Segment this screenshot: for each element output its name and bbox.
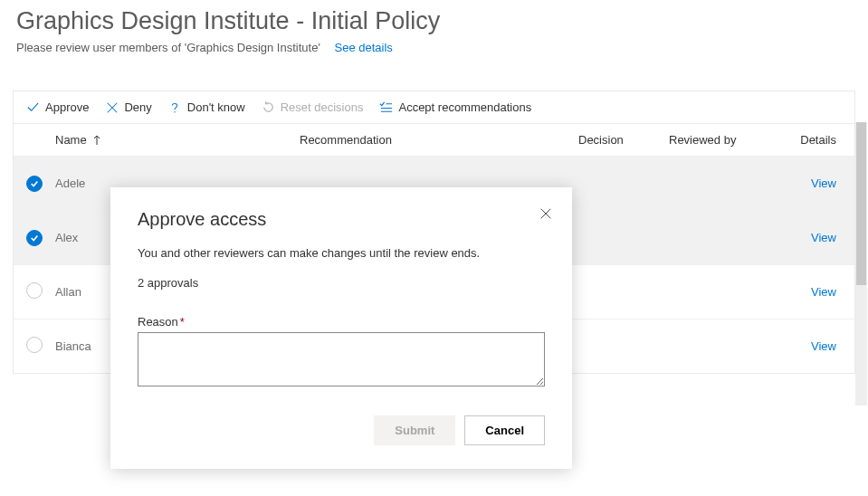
list-check-icon — [379, 100, 393, 114]
accept-recommendations-button[interactable]: Accept recommendations — [379, 100, 531, 114]
reason-input[interactable] — [138, 332, 545, 386]
modal-actions: Submit Cancel — [138, 415, 545, 445]
sort-up-icon — [91, 133, 104, 147]
checkmark-icon — [30, 234, 39, 243]
approve-button[interactable]: Approve — [26, 100, 89, 114]
scrollbar[interactable] — [855, 122, 867, 405]
page-subtitle: Please review user members of 'Graphics … — [16, 41, 852, 54]
row-checkbox[interactable] — [26, 176, 43, 192]
subtitle-text: Please review user members of 'Graphics … — [16, 41, 320, 54]
row-checkbox[interactable] — [26, 230, 43, 246]
page-title: Graphics Design Institute - Initial Poli… — [16, 7, 852, 35]
view-link[interactable]: View — [811, 176, 836, 190]
cancel-button[interactable]: Cancel — [464, 415, 545, 445]
svg-point-0 — [175, 111, 176, 112]
dont-know-label: Don't know — [187, 100, 245, 114]
toolbar: Approve Deny Don't know Reset decisions — [14, 91, 854, 124]
page-header: Graphics Design Institute - Initial Poli… — [0, 0, 868, 63]
reason-label-text: Reason — [138, 315, 178, 329]
required-asterisk: * — [180, 315, 185, 329]
see-details-link[interactable]: See details — [335, 41, 393, 54]
approve-label: Approve — [45, 100, 89, 114]
accept-rec-label: Accept recommendations — [398, 100, 531, 114]
modal-title: Approve access — [138, 209, 545, 230]
reset-label: Reset decisions — [281, 100, 364, 114]
view-link[interactable]: View — [811, 285, 836, 299]
table-header: Name Recommendation Decision Reviewed by… — [14, 124, 854, 156]
question-icon — [168, 100, 182, 114]
row-checkbox[interactable] — [26, 282, 43, 299]
column-name[interactable]: Name — [55, 133, 300, 147]
view-link[interactable]: View — [811, 231, 836, 244]
checkmark-icon — [26, 100, 40, 114]
checkmark-icon — [30, 179, 39, 188]
column-details[interactable]: Details — [773, 133, 842, 147]
modal-subtitle: You and other reviewers can make changes… — [138, 246, 545, 260]
reason-label: Reason* — [138, 315, 545, 329]
column-recommendation[interactable]: Recommendation — [300, 133, 578, 147]
row-checkbox[interactable] — [26, 337, 43, 353]
view-link[interactable]: View — [811, 339, 836, 353]
submit-button: Submit — [374, 415, 455, 445]
modal-count: 2 approvals — [138, 276, 545, 290]
reset-icon — [262, 100, 275, 114]
x-icon — [105, 100, 119, 114]
close-button[interactable] — [539, 207, 552, 224]
column-reviewed-by[interactable]: Reviewed by — [669, 133, 773, 147]
deny-button[interactable]: Deny — [105, 100, 151, 114]
close-icon — [539, 207, 552, 220]
dont-know-button[interactable]: Don't know — [168, 100, 245, 114]
approve-access-modal: Approve access You and other reviewers c… — [110, 187, 572, 469]
scrollbar-thumb[interactable] — [856, 122, 866, 285]
column-decision[interactable]: Decision — [578, 133, 669, 147]
col-name-label: Name — [55, 133, 87, 147]
reset-decisions-button: Reset decisions — [262, 100, 364, 114]
deny-label: Deny — [124, 100, 151, 114]
